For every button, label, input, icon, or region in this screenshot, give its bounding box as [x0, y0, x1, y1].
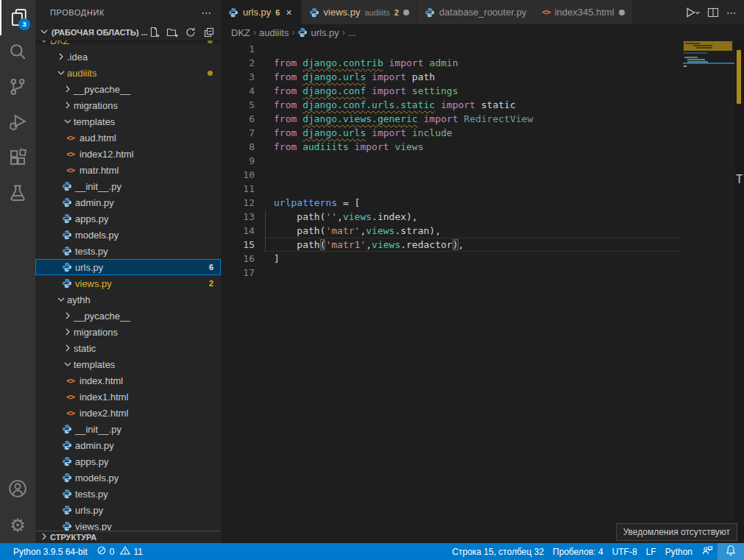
testing-activity-button[interactable]: [0, 177, 35, 212]
breadcrumb-item-...[interactable]: ...: [348, 27, 356, 38]
line-number[interactable]: 10: [221, 168, 255, 182]
cursor-position-item[interactable]: Строка 15, столбец 32: [447, 543, 548, 560]
line-number[interactable]: 16: [221, 252, 255, 266]
code-line-1[interactable]: [274, 42, 683, 56]
tree-item-index.html[interactable]: <>index.html: [35, 372, 221, 389]
run-button[interactable]: [684, 4, 700, 21]
extensions-activity-button[interactable]: [0, 141, 35, 177]
tree-item-DKZ[interactable]: DKZ: [35, 40, 221, 49]
code-line-11[interactable]: [274, 182, 683, 196]
notifications-bell-item[interactable]: [718, 543, 744, 560]
tree-item-tests.py[interactable]: tests.py: [35, 486, 221, 502]
line-number[interactable]: 9: [221, 154, 255, 168]
breadcrumb-item-urls.py[interactable]: urls.py: [297, 27, 339, 38]
language-mode-item[interactable]: Python: [661, 543, 697, 560]
tree-item-migrations[interactable]: migrations: [35, 97, 221, 113]
code-editor[interactable]: 1234567891011121314151617 from django.co…: [221, 40, 683, 543]
tab-urls.py[interactable]: urls.py6×: [221, 0, 302, 24]
tree-item-audiiits[interactable]: audiiits: [35, 65, 221, 81]
close-icon[interactable]: ×: [284, 7, 293, 18]
tree-item-urls.py[interactable]: urls.py: [35, 502, 221, 518]
tree-item-aud.html[interactable]: <>aud.html: [35, 130, 221, 146]
tree-item-templates[interactable]: templates: [35, 356, 221, 372]
workspace-section-header[interactable]: (РАБОЧАЯ ОБЛАСТЬ) ...: [35, 24, 221, 40]
code-line-7[interactable]: from django.urls import include: [274, 126, 683, 140]
tree-item-aythh[interactable]: aythh: [35, 291, 221, 308]
line-number[interactable]: 5: [221, 98, 255, 112]
code-line-14[interactable]: path('matr',views.stran),: [274, 224, 683, 238]
code-line-2[interactable]: from django.contrib import admin: [274, 56, 683, 70]
line-number[interactable]: 8: [221, 140, 255, 154]
tree-item-__init__.py[interactable]: __init__.py: [35, 421, 221, 437]
tree-item-apps.py[interactable]: apps.py: [35, 210, 221, 227]
code-line-8[interactable]: from audiiits import views: [274, 140, 683, 154]
tab-views.py[interactable]: views.pyaudiiits2: [302, 0, 417, 24]
code-line-12[interactable]: urlpatterns = [: [274, 196, 683, 210]
tab-index345.html[interactable]: <>index345.html: [534, 0, 632, 24]
outline-section-header[interactable]: СТРУКТУРА: [35, 531, 221, 543]
feedback-item[interactable]: [697, 543, 718, 560]
code-line-13[interactable]: path('',views.index),: [274, 210, 683, 224]
tree-item-apps.py[interactable]: apps.py: [35, 453, 221, 469]
line-number-gutter[interactable]: 1234567891011121314151617: [221, 42, 263, 543]
code-line-10[interactable]: [274, 168, 683, 182]
breadcrumb-item-audiiits[interactable]: audiiits: [259, 27, 288, 38]
code-line-6[interactable]: from django.views.generic import Redirec…: [274, 112, 683, 126]
tree-item-__pycache__[interactable]: __pycache__: [35, 81, 221, 97]
settings-button[interactable]: ⚙: [0, 508, 35, 543]
code-line-5[interactable]: from django.conf.urls.static import stat…: [274, 98, 683, 112]
tree-item-tests.py[interactable]: tests.py: [35, 243, 221, 259]
tree-item-admin.py[interactable]: admin.py: [35, 194, 221, 210]
eol-item[interactable]: LF: [642, 543, 661, 560]
line-number[interactable]: 13: [221, 210, 255, 224]
new-file-icon[interactable]: [148, 26, 160, 38]
indentation-item[interactable]: Пробелов: 4: [548, 543, 608, 560]
refresh-icon[interactable]: [185, 26, 196, 38]
new-folder-icon[interactable]: [166, 26, 178, 38]
tree-item-__init__.py[interactable]: __init__.py: [35, 178, 221, 194]
tree-item-__pycache__[interactable]: __pycache__: [35, 308, 221, 324]
minimap[interactable]: [683, 40, 734, 543]
line-number[interactable]: 11: [221, 182, 255, 196]
code-line-15[interactable]: path('matr1',views.redactor),: [274, 238, 683, 252]
tab-database_roouter.py[interactable]: database_roouter.py: [417, 0, 535, 24]
tree-item-index1.html[interactable]: <>index1.html: [35, 389, 221, 405]
line-number[interactable]: 3: [221, 70, 255, 84]
account-button[interactable]: [0, 472, 35, 508]
line-number[interactable]: 12: [221, 196, 255, 210]
search-activity-button[interactable]: [0, 35, 35, 71]
tree-item-index12.html[interactable]: <>index12.html: [35, 146, 221, 162]
tree-item-templates[interactable]: templates: [35, 113, 221, 130]
tree-item-migrations[interactable]: migrations: [35, 324, 221, 340]
line-number[interactable]: 2: [221, 56, 255, 70]
code-content[interactable]: from django.contrib import adminfrom dja…: [263, 42, 683, 543]
tree-item-index2.html[interactable]: <>index2.html: [35, 405, 221, 421]
tree-item-.idea[interactable]: .idea: [35, 49, 221, 65]
collapse-all-icon[interactable]: [203, 26, 215, 38]
source-control-activity-button[interactable]: [0, 71, 35, 106]
line-number[interactable]: 1: [221, 42, 255, 56]
tree-item-matr.html[interactable]: <>matr.html: [35, 162, 221, 178]
code-line-3[interactable]: from django.urls import path: [274, 70, 683, 84]
tree-item-urls.py[interactable]: urls.py6: [35, 259, 221, 275]
tree-item-models.py[interactable]: models.py: [35, 469, 221, 486]
explorer-more-actions-icon[interactable]: ⋯: [201, 7, 212, 18]
explorer-activity-button[interactable]: 3: [0, 0, 35, 35]
line-number[interactable]: 6: [221, 112, 255, 126]
code-line-9[interactable]: [274, 154, 683, 168]
more-actions-icon[interactable]: ⋯: [726, 7, 737, 18]
encoding-item[interactable]: UTF-8: [608, 543, 642, 560]
tree-item-views.py[interactable]: views.py2: [35, 275, 221, 291]
breadcrumb-item-DKZ[interactable]: DKZ: [231, 27, 250, 38]
line-number[interactable]: 7: [221, 126, 255, 140]
overview-ruler-scrollbar[interactable]: T: [734, 40, 744, 543]
unsaved-dot-icon[interactable]: [403, 10, 409, 15]
run-debug-activity-button[interactable]: [0, 106, 35, 141]
code-line-4[interactable]: from django.conf import settings: [274, 84, 683, 98]
python-interpreter-item[interactable]: Python 3.9.5 64-bit: [9, 543, 92, 560]
problems-item[interactable]: 0 11: [92, 543, 147, 560]
code-line-17[interactable]: [274, 266, 683, 280]
tree-item-admin.py[interactable]: admin.py: [35, 437, 221, 453]
tree-item-views.py[interactable]: views.py: [35, 518, 221, 531]
line-number[interactable]: 4: [221, 84, 255, 98]
